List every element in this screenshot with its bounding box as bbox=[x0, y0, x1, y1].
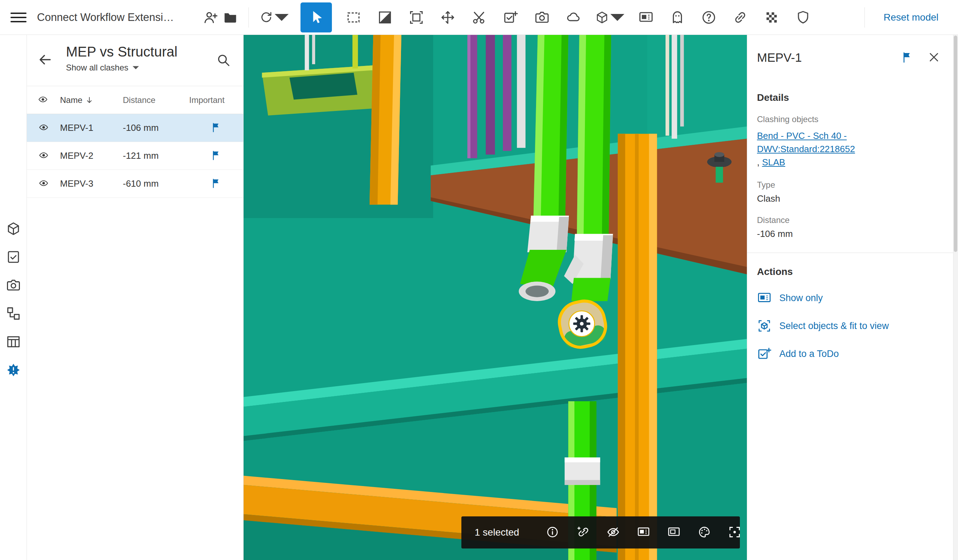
clash-name: MEPV-2 bbox=[60, 151, 123, 161]
hide-icon[interactable] bbox=[606, 525, 620, 539]
info-icon[interactable] bbox=[546, 525, 560, 539]
scrollbar-thumb[interactable] bbox=[954, 36, 957, 252]
back-icon[interactable] bbox=[36, 51, 54, 69]
transform-frame-icon[interactable] bbox=[407, 6, 426, 29]
clash-name: MEPV-3 bbox=[60, 178, 123, 189]
page-title: MEP vs Structural bbox=[66, 43, 177, 60]
type-label: Type bbox=[757, 180, 941, 190]
menu-icon[interactable] bbox=[11, 10, 27, 25]
close-icon[interactable] bbox=[926, 50, 941, 65]
add-todo-icon[interactable] bbox=[501, 6, 520, 29]
reset-model-button[interactable]: Reset model bbox=[883, 12, 939, 23]
distance-label: Distance bbox=[757, 215, 941, 225]
search-icon[interactable] bbox=[215, 52, 232, 68]
object-separator: , bbox=[757, 157, 760, 168]
filter-label: Show all clashes bbox=[66, 63, 128, 73]
tool-strip bbox=[259, 2, 813, 32]
clash-detection-icon[interactable] bbox=[5, 362, 21, 378]
type-value: Clash bbox=[757, 193, 941, 204]
toolbar-divider bbox=[864, 7, 865, 28]
clash-row[interactable]: MEPV-1 -106 mm bbox=[27, 114, 243, 142]
help-icon[interactable] bbox=[699, 6, 718, 29]
checker-pattern-icon[interactable] bbox=[762, 6, 781, 29]
folder-icon[interactable] bbox=[220, 6, 240, 29]
clash-distance: -121 mm bbox=[123, 151, 189, 161]
marquee-select-icon[interactable] bbox=[344, 6, 363, 29]
steel-column-right[interactable] bbox=[618, 134, 657, 560]
flag-icon[interactable] bbox=[210, 149, 223, 163]
flag-icon[interactable] bbox=[210, 121, 223, 135]
clashing-object-link-2[interactable]: SLAB bbox=[762, 157, 785, 168]
fit-to-view-icon[interactable] bbox=[728, 525, 742, 539]
select-fit-icon bbox=[757, 319, 772, 333]
column-header-distance[interactable]: Distance bbox=[123, 95, 189, 105]
app-window: Connect Workflow Extensi… bbox=[0, 0, 958, 560]
show-only-action[interactable]: Show only bbox=[757, 290, 823, 305]
column-header-important[interactable]: Important bbox=[189, 95, 243, 105]
ghost-mode-icon[interactable] bbox=[668, 6, 687, 29]
visibility-column-eye-icon bbox=[36, 95, 51, 106]
chevron-down-icon bbox=[133, 66, 139, 70]
clash-marker-icon[interactable] bbox=[569, 311, 595, 337]
toolbar-divider bbox=[249, 7, 249, 28]
hierarchy-icon[interactable] bbox=[5, 306, 21, 321]
selection-count: 1 selected bbox=[475, 527, 519, 538]
clash-row[interactable]: MEPV-2 -121 mm bbox=[27, 142, 243, 170]
link-icon[interactable] bbox=[730, 6, 750, 29]
models-icon[interactable] bbox=[5, 221, 21, 236]
table-icon[interactable] bbox=[5, 334, 21, 349]
eye-icon[interactable] bbox=[36, 122, 51, 134]
clash-details-title: MEPV-1 bbox=[757, 51, 900, 65]
move-icon[interactable] bbox=[438, 6, 458, 29]
distance-value: -106 mm bbox=[757, 228, 941, 240]
scrollbar[interactable] bbox=[953, 35, 958, 560]
table-header: Name Distance Important bbox=[27, 86, 243, 114]
show-only-icon[interactable] bbox=[636, 525, 650, 539]
palette-icon[interactable] bbox=[697, 525, 711, 539]
model-viewport[interactable]: 1 selected bbox=[244, 35, 747, 560]
rotate-view-icon[interactable] bbox=[259, 6, 289, 29]
add-people-icon[interactable] bbox=[201, 6, 220, 29]
markup-cloud-icon[interactable] bbox=[564, 6, 583, 29]
column-header-name[interactable]: Name bbox=[60, 95, 123, 105]
clash-list-panel: MEP vs Structural Show all clashes Name … bbox=[27, 35, 244, 560]
section-cut-icon[interactable] bbox=[469, 6, 489, 29]
eye-icon[interactable] bbox=[36, 178, 51, 189]
select-objects-fit-action[interactable]: Select objects & fit to view bbox=[757, 319, 889, 333]
invert-selection-icon[interactable] bbox=[375, 6, 395, 29]
clash-row[interactable]: MEPV-3 -610 mm bbox=[27, 170, 243, 198]
show-all-clashes-dropdown[interactable]: Show all clashes bbox=[66, 63, 139, 73]
chevron-down-icon bbox=[611, 10, 624, 25]
presentation-mode-icon[interactable] bbox=[636, 6, 656, 29]
add-to-todo-action[interactable]: Add to a ToDo bbox=[757, 346, 839, 361]
steel-column-left[interactable] bbox=[370, 35, 401, 205]
section-divider bbox=[747, 252, 958, 253]
clashing-object-link-1[interactable]: Bend - PVC - Sch 40 - DWV:Standard:22186… bbox=[757, 130, 855, 154]
clash-details-panel: MEPV-1 Details Clashing objects Bend - P… bbox=[747, 35, 958, 560]
app-title: Connect Workflow Extensi… bbox=[37, 11, 201, 24]
clashing-objects-label: Clashing objects bbox=[757, 114, 941, 124]
isolate-icon[interactable] bbox=[667, 525, 681, 539]
shield-icon[interactable] bbox=[793, 6, 813, 29]
details-heading: Details bbox=[757, 92, 941, 103]
clash-distance: -610 mm bbox=[123, 178, 189, 189]
add-todo-icon bbox=[757, 346, 772, 361]
selection-toolbar: 1 selected bbox=[462, 516, 740, 549]
view-cube-icon[interactable] bbox=[595, 6, 624, 29]
eye-icon[interactable] bbox=[36, 151, 51, 162]
sort-desc-icon bbox=[85, 96, 94, 104]
flag-icon[interactable] bbox=[210, 177, 223, 190]
clash-name: MEPV-1 bbox=[60, 122, 123, 133]
chevron-down-icon bbox=[274, 10, 289, 25]
todos-icon[interactable] bbox=[5, 249, 21, 265]
show-only-icon bbox=[757, 290, 772, 305]
add-link-icon[interactable] bbox=[576, 525, 590, 539]
select-icon[interactable] bbox=[300, 2, 332, 32]
actions-heading: Actions bbox=[757, 266, 941, 278]
snapshot-icon[interactable] bbox=[532, 6, 552, 29]
views-icon[interactable] bbox=[5, 278, 21, 293]
clash-distance: -106 mm bbox=[123, 122, 189, 133]
flag-icon[interactable] bbox=[900, 50, 915, 65]
3d-scene[interactable] bbox=[244, 35, 747, 560]
top-bar: Connect Workflow Extensi… bbox=[0, 0, 958, 35]
